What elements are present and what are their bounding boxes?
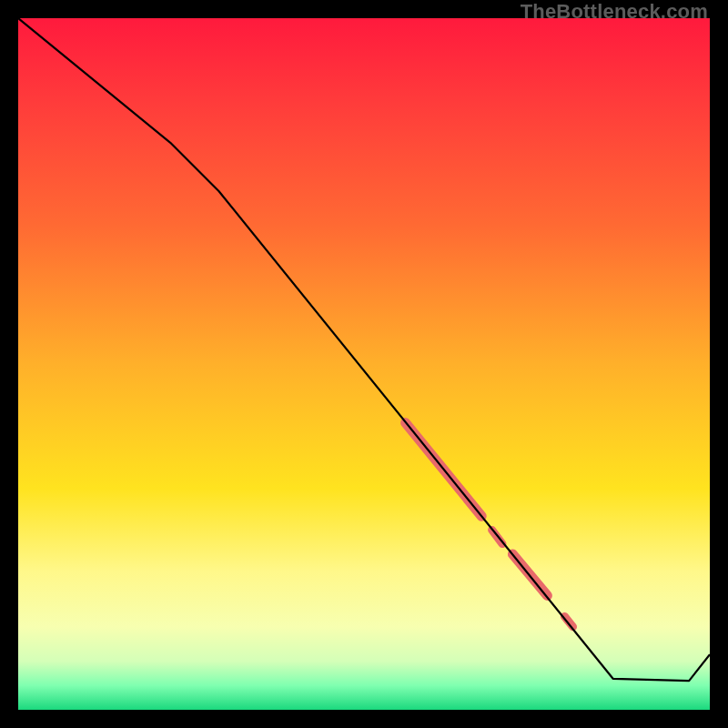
- gradient-background: [18, 18, 710, 710]
- chart-plot-area: [18, 18, 710, 710]
- chart-frame: TheBottleneck.com: [0, 0, 728, 728]
- chart-svg: [18, 18, 710, 710]
